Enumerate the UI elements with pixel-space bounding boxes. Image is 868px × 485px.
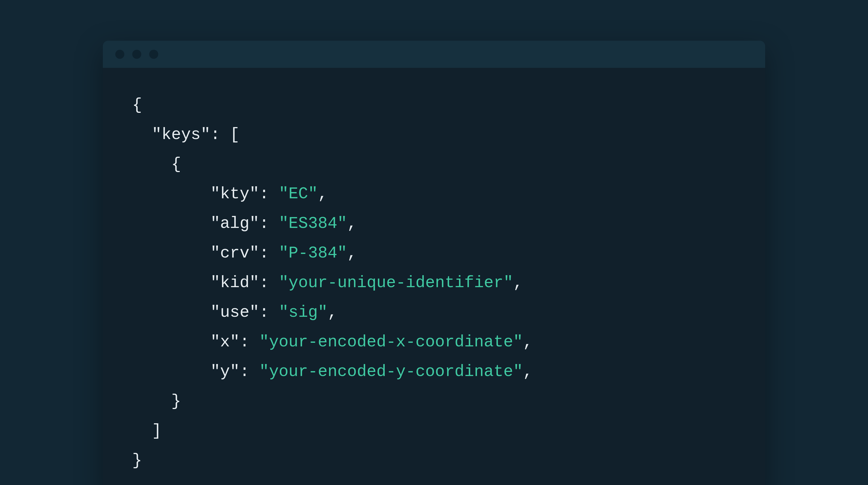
json-key-alg: "alg" bbox=[211, 214, 259, 233]
json-key-y: "y" bbox=[211, 362, 240, 381]
maximize-icon[interactable] bbox=[149, 50, 158, 59]
json-key-kid: "kid" bbox=[211, 274, 259, 292]
colon: : bbox=[211, 125, 230, 144]
code-window: { "keys": [ { "kty": "EC", "alg": "ES384… bbox=[103, 41, 765, 485]
json-val-use: "sig" bbox=[279, 303, 328, 322]
json-val-kid: "your-unique-identifier" bbox=[279, 274, 513, 292]
comma: , bbox=[347, 214, 357, 233]
json-val-crv: "P-384" bbox=[279, 244, 347, 263]
json-key-kty: "kty" bbox=[211, 185, 259, 203]
window-titlebar bbox=[103, 41, 765, 68]
colon: : bbox=[259, 244, 279, 263]
brace-open: { bbox=[132, 96, 142, 114]
colon: : bbox=[259, 274, 279, 292]
colon: : bbox=[240, 362, 259, 381]
bracket-close: ] bbox=[152, 422, 161, 440]
json-key-use: "use" bbox=[211, 303, 259, 322]
bracket-open: [ bbox=[230, 125, 240, 144]
colon: : bbox=[259, 185, 279, 203]
json-key-keys: "keys" bbox=[152, 125, 210, 144]
comma: , bbox=[523, 333, 532, 352]
close-icon[interactable] bbox=[115, 50, 124, 59]
comma: , bbox=[523, 362, 532, 381]
colon: : bbox=[259, 303, 279, 322]
json-val-y: "your-encoded-y-coordinate" bbox=[259, 362, 523, 381]
json-key-x: "x" bbox=[211, 333, 240, 352]
brace-close-inner: } bbox=[171, 392, 181, 411]
json-val-alg: "ES384" bbox=[279, 214, 347, 233]
comma: , bbox=[513, 274, 523, 292]
json-key-crv: "crv" bbox=[211, 244, 259, 263]
comma: , bbox=[347, 244, 357, 263]
colon: : bbox=[259, 214, 279, 233]
code-block: { "keys": [ { "kty": "EC", "alg": "ES384… bbox=[103, 68, 765, 485]
comma: , bbox=[318, 185, 328, 203]
json-val-x: "your-encoded-x-coordinate" bbox=[259, 333, 523, 352]
json-val-kty: "EC" bbox=[279, 185, 318, 203]
colon: : bbox=[240, 333, 259, 352]
brace-close: } bbox=[132, 451, 142, 470]
minimize-icon[interactable] bbox=[132, 50, 141, 59]
brace-open-inner: { bbox=[171, 155, 181, 174]
comma: , bbox=[328, 303, 337, 322]
